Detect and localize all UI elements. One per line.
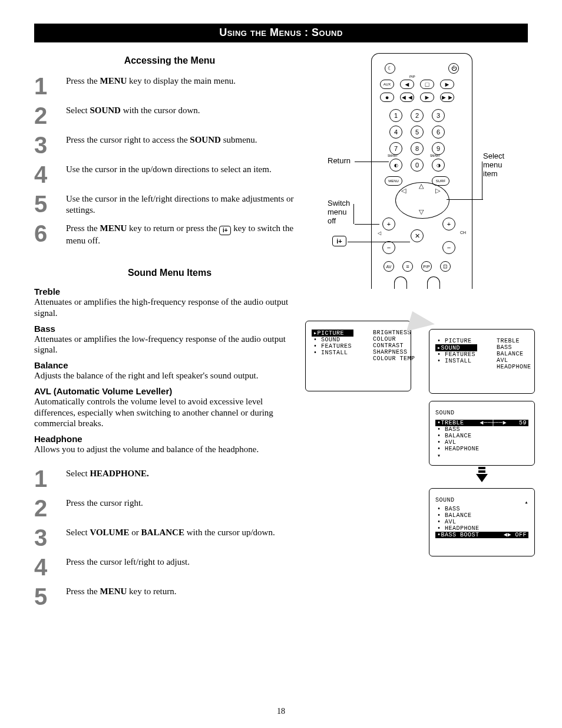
- smart-label-left: SMART: [388, 154, 398, 157]
- nav-up-icon: △: [419, 182, 424, 190]
- t: Press the: [66, 76, 100, 85]
- digit-5-button: 5: [411, 126, 424, 139]
- digit-1-button: 1: [389, 109, 402, 122]
- step-b1: 1 Select HEADPHONE.: [34, 467, 305, 490]
- osd-item: FEATURES: [312, 343, 353, 350]
- t: Select: [66, 469, 90, 478]
- osd-item: HEADPHONE: [435, 525, 528, 532]
- osd1-left-list: ▸PICTURE SOUND FEATURES INSTALL: [312, 330, 353, 362]
- svg-marker-0: [406, 311, 435, 331]
- page-title-bar: Using the Menus : Sound: [34, 24, 528, 42]
- treble-text: Attenuates or amplifies the high-frequen…: [34, 297, 305, 319]
- step-text: Press the cursor right to access the SOU…: [66, 133, 305, 146]
- nav-down-icon: ▽: [419, 208, 424, 216]
- partial-btn: [394, 276, 407, 289]
- switch-line: [355, 224, 379, 225]
- t: MENU: [100, 223, 127, 233]
- osd-item: BALANCE: [495, 351, 533, 357]
- nav-left-icon: ◁: [401, 187, 406, 195]
- left-column: Accessing the Menu 1 Press the MENU key …: [34, 53, 305, 614]
- step-b3: 3 Select VOLUME or BALANCE with the curs…: [34, 526, 305, 549]
- power-icon: ⏻: [448, 63, 459, 74]
- osd-item: CONTRAST: [371, 342, 417, 349]
- t: Select: [66, 106, 90, 115]
- t: submenu.: [221, 135, 257, 144]
- osd-item: BALANCE: [435, 433, 528, 439]
- headphone-heading: Headphone: [34, 434, 305, 444]
- partial-btn: [427, 276, 440, 289]
- step-number: 4: [34, 163, 66, 186]
- step-text: Use the cursor in the left/right directi…: [66, 192, 305, 216]
- vol-icon: ◁: [378, 230, 381, 236]
- osd-item: BASS: [435, 426, 528, 433]
- ch-label: CH: [460, 230, 466, 235]
- osd1-right-list: BRIGHTNESS COLOUR CONTRAST SHARPNESS COL…: [371, 330, 417, 362]
- step-number: 3: [34, 526, 66, 549]
- pip-mid-button: □: [420, 80, 434, 89]
- step-b2: 2 Press the cursor right.: [34, 496, 305, 520]
- digit-3-button: 3: [432, 109, 445, 122]
- ch-up-button: +: [442, 218, 455, 230]
- step-number: 2: [34, 104, 66, 127]
- pp-button: P/P: [421, 261, 432, 272]
- t: with the cursor down.: [121, 106, 200, 115]
- pip-right-button: ►: [440, 80, 454, 89]
- osd-item: SOUND: [312, 337, 353, 343]
- section-items-heading: Sound Menu Items: [34, 268, 305, 278]
- osd3-list: TREBLE◄──┼──► 59 BASS BALANCE AVL HEADPH…: [435, 420, 528, 459]
- osd-item: BALANCE: [435, 512, 528, 519]
- osd-item: PICTURE: [435, 338, 477, 344]
- info-icon: i+: [219, 226, 231, 235]
- t: Press the: [66, 223, 100, 233]
- osd-item: ▸SOUND: [435, 344, 477, 351]
- osd-item: HEADPHONE: [435, 446, 528, 452]
- smart-snd-button: ◑: [432, 159, 445, 172]
- digit-9-button: 9: [432, 142, 445, 155]
- vol-up-button: +: [382, 218, 395, 230]
- menu-button: MENU: [385, 176, 402, 186]
- osd-item: BASS: [495, 344, 533, 351]
- t: or: [130, 528, 141, 537]
- aux-button: AUX: [380, 80, 394, 89]
- balance-heading: Balance: [34, 360, 305, 370]
- osd-item: AVL: [435, 439, 528, 446]
- t: Press the: [66, 587, 100, 596]
- osd-item: COLOUR TEMP: [371, 355, 417, 362]
- osd4-list: BASS BALANCE AVL HEADPHONE BASS BOOST◄► …: [435, 506, 528, 538]
- step-a6: 6 Press the MENU key to return or press …: [34, 222, 305, 246]
- t: Select: [66, 528, 90, 537]
- t: with the cursor up/down.: [184, 528, 275, 537]
- down-arrow-icon: [475, 467, 489, 487]
- rec-button: ●: [380, 93, 394, 102]
- section-accessing-heading: Accessing the Menu: [34, 55, 305, 66]
- t: MENU: [100, 76, 127, 85]
- step-number: 6: [34, 222, 66, 245]
- t: key to display the main menu.: [127, 76, 236, 85]
- ff-button: ►►: [440, 93, 454, 102]
- headphone-text: Allows you to adjust the volume and bala…: [34, 444, 305, 455]
- digit-4-button: 4: [389, 126, 402, 139]
- step-number: 2: [34, 496, 66, 520]
- step-text: Press the MENU key to return or press th…: [66, 222, 305, 246]
- osd-sound-menu: PICTURE ▸SOUND FEATURES INSTALL TREBLE B…: [429, 329, 535, 394]
- remote-diagram: ☾ ⏻ AUX ◄ □ ► PIP ● ◄◄ ► ►► 1 2 3 4 5 6 …: [319, 53, 520, 301]
- osd-item: TREBLE◄──┼──► 59: [435, 420, 528, 426]
- t: Press the cursor right to access the: [66, 135, 190, 144]
- t: Press the cursor right.: [66, 498, 143, 508]
- rew-button: ◄◄: [400, 93, 414, 102]
- osd-item: AVL: [495, 357, 533, 364]
- step-text: Use the cursor in the up/down directions…: [66, 163, 305, 175]
- osd2-right-list: TREBLE BASS BALANCE AVL HEADPHONE: [495, 338, 533, 370]
- step-a3: 3 Press the cursor right to access the S…: [34, 133, 305, 157]
- balance-text: Adjusts the balance of the right and lef…: [34, 370, 305, 381]
- osd-bassboost-menu: SOUND ▴ BASS BALANCE AVL HEADPHONE BASS …: [429, 488, 535, 556]
- osd2-left-list: PICTURE ▸SOUND FEATURES INSTALL: [435, 338, 477, 370]
- ch-down-button: −: [442, 241, 455, 254]
- t: SOUND: [90, 106, 121, 115]
- avl-heading: AVL (Automatic Volume Leveller): [34, 386, 305, 396]
- step-b5: 5 Press the MENU key to return.: [34, 585, 305, 608]
- osd-picture-menu: ▸PICTURE SOUND FEATURES INSTALL BRIGHTNE…: [305, 321, 411, 391]
- av-button: AV: [384, 261, 394, 272]
- step-a1: 1 Press the MENU key to display the main…: [34, 74, 305, 98]
- step-text: Press the MENU key to return.: [66, 585, 305, 597]
